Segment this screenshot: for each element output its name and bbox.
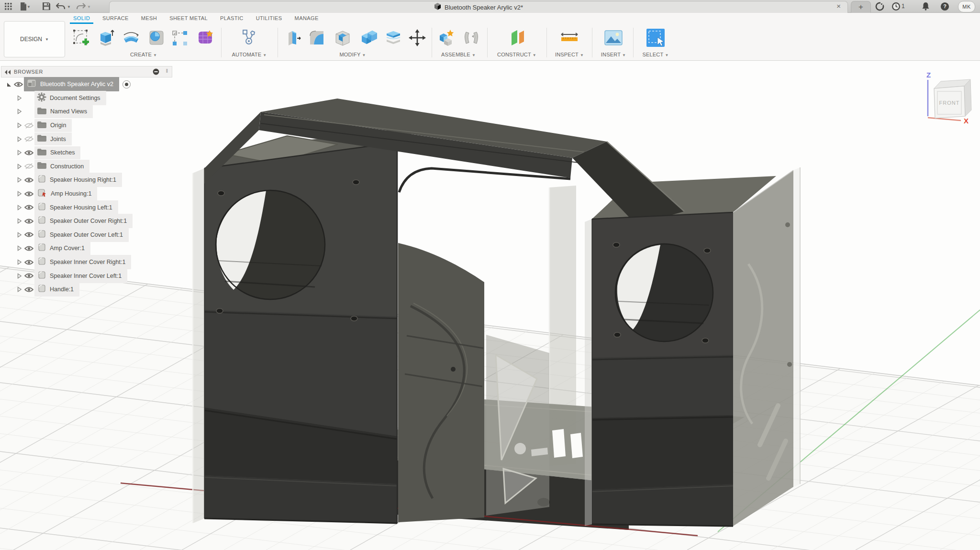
app-grid-icon[interactable]	[3, 1, 13, 11]
collapsed-triangle-icon[interactable]	[15, 122, 23, 129]
measure-button[interactable]	[559, 27, 580, 49]
browser-row-speaker-housing-left-1[interactable]: Speaker Housing Left:1	[1, 200, 172, 214]
browser-row-handle-1[interactable]: Handle:1	[1, 283, 172, 297]
browser-row-speaker-inner-cover-left-1[interactable]: Speaker Inner Cover Left:1	[1, 269, 172, 283]
collapsed-triangle-icon[interactable]	[15, 245, 23, 252]
browser-row-bluetooth-speaker-arylic-v2[interactable]: Bluetooth Speaker Arylic v2	[1, 77, 172, 91]
browser-row-strip[interactable]: Bluetooth Speaker Arylic v2	[24, 77, 119, 91]
activate-component-radio[interactable]	[122, 80, 131, 88]
collapsed-triangle-icon[interactable]	[15, 286, 23, 293]
visibility-eye-icon[interactable]	[23, 273, 34, 279]
fillet-button[interactable]	[306, 27, 327, 49]
browser-row-strip[interactable]: Construction	[34, 160, 89, 173]
collapsed-triangle-icon[interactable]	[15, 163, 23, 170]
collapsed-triangle-icon[interactable]	[15, 259, 23, 265]
browser-row-strip[interactable]: Speaker Outer Cover Right:1	[34, 214, 133, 228]
job-status-clock-icon[interactable]	[890, 1, 902, 11]
display-settings-icon[interactable]	[153, 68, 159, 77]
joint-button[interactable]	[461, 27, 482, 49]
collapsed-triangle-icon[interactable]	[15, 273, 23, 279]
browser-row-amp-cover-1[interactable]: Amp Cover:1	[1, 242, 172, 255]
select-group-label[interactable]: SELECT▼	[642, 52, 668, 57]
browser-row-strip[interactable]: Speaker Outer Cover Left:1	[34, 228, 129, 242]
ribbon-tab-solid[interactable]: SOLID	[67, 12, 96, 24]
browser-row-strip[interactable]: Handle:1	[34, 282, 79, 297]
ribbon-tab-sheet-metal[interactable]: SHEET METAL	[163, 12, 214, 24]
help-icon[interactable]: ?	[939, 1, 950, 11]
select-button[interactable]	[645, 27, 666, 49]
browser-row-strip[interactable]: Origin	[34, 119, 72, 132]
browser-row-document-settings[interactable]: Document Settings	[1, 91, 172, 105]
new-component-button[interactable]	[436, 27, 457, 49]
browser-row-strip[interactable]: Speaker Housing Left:1	[34, 200, 118, 215]
collapsed-triangle-icon[interactable]	[15, 176, 23, 183]
revolve-button[interactable]	[121, 27, 142, 49]
rectangular-pattern-button[interactable]	[170, 27, 191, 49]
browser-row-speaker-inner-cover-right-1[interactable]: Speaker Inner Cover Right:1	[1, 255, 172, 269]
shell-button[interactable]	[332, 27, 353, 49]
collapsed-triangle-icon[interactable]	[15, 95, 23, 101]
collapsed-triangle-icon[interactable]	[15, 231, 23, 238]
browser-row-amp-housing-1[interactable]: Amp Housing:1	[1, 187, 172, 201]
assemble-group-label[interactable]: ASSEMBLE▼	[441, 52, 476, 57]
browser-row-strip[interactable]: Speaker Inner Cover Right:1	[34, 255, 131, 269]
visibility-eye-off-icon[interactable]	[23, 122, 34, 129]
visibility-eye-icon[interactable]	[12, 81, 24, 88]
collapsed-triangle-icon[interactable]	[15, 149, 23, 156]
browser-row-strip[interactable]: Speaker Inner Cover Left:1	[34, 269, 127, 283]
ribbon-tab-plastic[interactable]: PLASTIC	[214, 12, 250, 24]
browser-row-sketches[interactable]: Sketches	[1, 146, 172, 160]
collapsed-triangle-icon[interactable]	[15, 136, 23, 143]
visibility-eye-off-icon[interactable]	[23, 135, 34, 143]
visibility-eye-icon[interactable]	[23, 245, 34, 252]
notifications-bell-icon[interactable]	[920, 1, 931, 11]
inspect-group-label[interactable]: INSPECT▼	[555, 52, 584, 57]
browser-row-construction[interactable]: Construction	[1, 160, 172, 174]
new-file-caret[interactable]: ▼	[27, 5, 31, 9]
visibility-eye-icon[interactable]	[23, 191, 34, 197]
model-amp-bracket[interactable]	[486, 335, 549, 516]
split-body-button[interactable]	[383, 27, 404, 49]
browser-row-strip[interactable]: Amp Housing:1	[34, 187, 97, 201]
create-sketch-button[interactable]	[71, 27, 92, 49]
hole-button[interactable]	[146, 27, 167, 49]
new-tab-button[interactable]: +	[851, 1, 871, 13]
ribbon-tab-manage[interactable]: MANAGE	[289, 12, 325, 24]
visibility-eye-icon[interactable]	[23, 177, 34, 183]
collapsed-triangle-icon[interactable]	[15, 218, 23, 224]
modify-group-label[interactable]: MODIFY▼	[339, 52, 366, 57]
expanded-triangle-icon[interactable]	[5, 81, 12, 87]
browser-row-strip[interactable]: Document Settings	[34, 91, 106, 105]
ribbon-tab-utilities[interactable]: UTILITIES	[250, 12, 289, 24]
ribbon-tab-mesh[interactable]: MESH	[135, 12, 163, 24]
insert-image-button[interactable]	[603, 27, 624, 49]
browser-row-speaker-outer-cover-right-1[interactable]: Speaker Outer Cover Right:1	[1, 214, 172, 228]
collapsed-triangle-icon[interactable]	[15, 108, 23, 115]
visibility-eye-icon[interactable]	[23, 204, 34, 210]
collapsed-triangle-icon[interactable]	[15, 204, 23, 211]
document-tab[interactable]: Bluetooth Speaker Arylic v2* ×	[109, 1, 848, 13]
workspace-selector[interactable]: DESIGN ▼	[4, 21, 65, 57]
save-icon[interactable]	[41, 1, 52, 11]
combine-button[interactable]	[358, 27, 379, 49]
extrude-button[interactable]	[96, 27, 117, 49]
insert-group-label[interactable]: INSERT▼	[601, 52, 626, 57]
press-pull-button[interactable]	[283, 27, 304, 49]
extensions-icon[interactable]	[874, 1, 885, 11]
visibility-eye-off-icon[interactable]	[23, 163, 34, 170]
browser-row-speaker-housing-right-1[interactable]: Speaker Housing Right:1	[1, 173, 172, 187]
redo-icon[interactable]	[76, 1, 86, 11]
browser-row-named-views[interactable]: Named Views	[1, 105, 172, 119]
browser-row-speaker-outer-cover-left-1[interactable]: Speaker Outer Cover Left:1	[1, 228, 172, 242]
visibility-eye-icon[interactable]	[23, 231, 34, 238]
panel-grip-icon[interactable]: ‖	[166, 68, 168, 74]
construct-group-label[interactable]: CONSTRUCT▼	[497, 52, 536, 57]
undo-caret[interactable]: ▼	[67, 5, 71, 9]
move-copy-button[interactable]	[407, 27, 428, 49]
create-form-button[interactable]	[195, 27, 216, 49]
automate-group-label[interactable]: AUTOMATE▼	[232, 52, 267, 57]
undo-icon[interactable]	[56, 1, 66, 11]
visibility-eye-icon[interactable]	[23, 259, 34, 265]
automate-button[interactable]	[238, 27, 259, 49]
browser-row-strip[interactable]: Amp Cover:1	[34, 241, 90, 255]
